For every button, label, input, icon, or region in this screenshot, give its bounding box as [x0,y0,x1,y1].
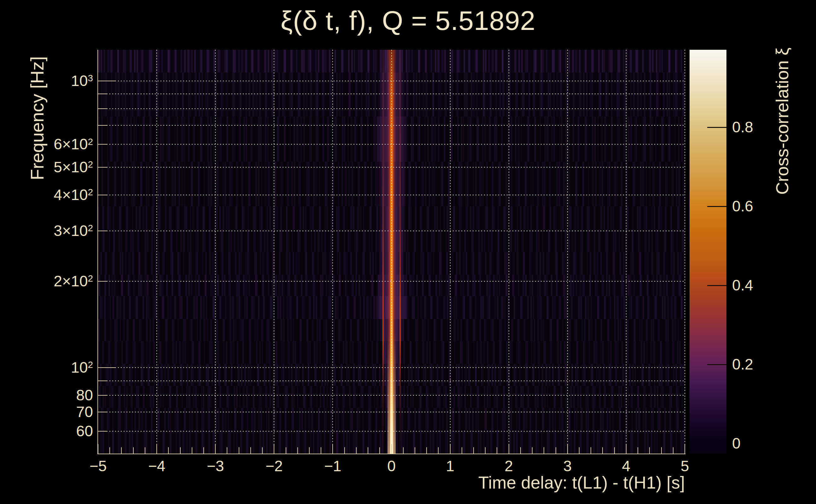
x-axis-tick [133,447,134,454]
x-tick-label: 5 [663,458,707,474]
y-axis-tick [98,144,107,145]
x-axis-tick [403,447,404,454]
colorbar-tick [707,285,727,286]
colorbar-title: Cross-correlation ξ [772,48,792,195]
x-tick-label: 4 [604,458,648,474]
x-axis-tick [673,447,674,454]
x-axis-title: Time delay: t(L1) - t(H1) [s] [478,473,685,493]
gridline-vertical [450,50,451,454]
y-axis-tick [98,412,107,412]
x-axis-tick [626,444,627,454]
y-axis-tick [98,94,107,94]
x-axis-tick [109,447,110,454]
x-axis-tick [368,447,368,454]
x-axis-tick [543,447,544,454]
x-axis-tick [391,444,392,454]
y-axis-tick [98,367,116,368]
colorbar [690,50,727,454]
y-axis-tick [98,231,107,231]
x-axis-tick [227,447,227,454]
x-axis-tick [274,444,274,454]
y-tick-exponent: 2 [88,273,93,283]
y-tick-label: 4×102 [54,187,93,205]
y-axis-tick [98,431,107,432]
gridline-vertical [567,50,568,454]
x-axis-tick [602,447,603,454]
x-axis-tick [497,447,497,454]
y-tick-exponent: 2 [88,223,93,233]
x-axis-tick [520,447,521,454]
x-axis-tick [262,447,263,454]
x-axis-tick [555,447,556,454]
x-tick-label: −2 [252,458,296,474]
x-axis-tick [156,444,157,454]
x-axis-tick [321,447,321,454]
plot-area [98,50,685,454]
x-axis-tick [379,447,380,454]
y-tick-label: 70 [76,404,93,420]
x-axis-tick [638,447,638,454]
chart-title: ξ(δ t, f), Q = 5.51892 [0,5,816,36]
x-tick-label: 3 [545,458,589,474]
y-axis-tick [98,381,107,381]
x-axis-tick [286,447,286,454]
x-axis-tick [462,447,462,454]
x-axis-tick [356,447,357,454]
y-axis-tick [98,281,107,282]
gridline-vertical [156,50,157,454]
x-axis-tick [309,447,310,454]
colorbar-tick [707,127,727,128]
x-axis-tick [168,447,169,454]
gridline-vertical [685,50,685,454]
y-axis-tick [98,125,107,126]
x-axis-tick [426,447,427,454]
x-axis-tick [508,444,509,454]
x-axis-tick [415,447,415,454]
colorbar-tick-label: 0.6 [732,198,753,215]
colorbar-tick-label: 0.4 [732,277,753,294]
x-axis-tick [649,447,650,454]
x-axis-tick [239,447,239,454]
y-tick-label: 2×102 [54,273,93,291]
x-axis-tick [532,447,532,454]
x-axis-tick [250,447,251,454]
x-tick-label: −1 [311,458,355,474]
x-axis-tick [614,447,615,454]
y-tick-label: 80 [76,387,93,403]
y-tick-label: 6×102 [54,136,93,154]
x-tick-label: 2 [487,458,531,474]
x-axis-tick [661,447,662,454]
y-tick-label: 60 [76,423,93,439]
x-axis-tick [473,447,474,454]
y-axis-tick [98,195,107,195]
x-axis-tick [192,447,192,454]
colorbar-tick-label: 0 [732,435,741,452]
colorbar-tick [707,364,727,365]
y-tick-label: 103 [71,73,93,91]
y-tick-exponent: 2 [88,359,93,370]
x-axis-tick [344,447,345,454]
x-tick-label: 1 [428,458,472,474]
gridline-vertical [626,50,627,454]
y-tick-label: 102 [71,360,93,377]
gridline-vertical [391,50,392,454]
x-axis-tick [567,444,568,454]
colorbar-tick [707,206,727,207]
x-axis-tick [590,447,591,454]
x-axis-tick [215,444,216,454]
y-axis-title: Frequency [Hz] [26,56,48,180]
x-tick-label: −3 [193,458,238,474]
x-axis-tick [203,447,204,454]
x-axis-tick [685,444,685,454]
figure-canvas: ξ(δ t, f), Q = 5.51892 Frequency [Hz] Ti… [0,0,816,504]
axis-line-left [97,50,98,454]
gridline-vertical [215,50,216,454]
y-axis-tick [98,395,107,396]
x-axis-tick [180,447,181,454]
x-tick-label: 0 [370,458,414,474]
x-axis-tick [438,447,439,454]
y-axis-tick [98,167,107,168]
axis-line-bottom [97,454,686,454]
y-tick-exponent: 2 [88,159,93,169]
x-axis-tick [485,447,486,454]
